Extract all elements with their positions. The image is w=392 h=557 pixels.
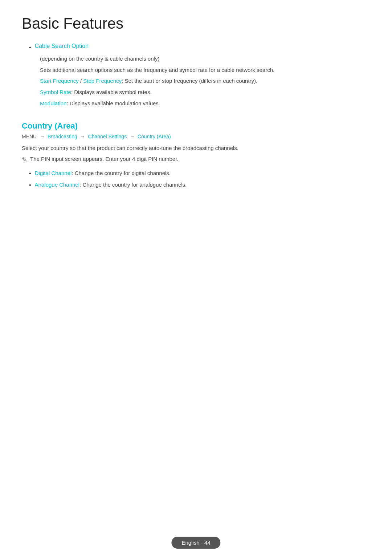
symbol-rate-link[interactable]: Symbol Rate	[40, 89, 71, 95]
modulation-desc: : Displays available modulation values.	[66, 100, 160, 106]
page-title: Basic Features	[22, 15, 370, 33]
cable-search-section: • Cable Search Option (depending on the …	[29, 43, 370, 108]
digital-channel-item: • Digital Channel: Change the country fo…	[29, 169, 370, 178]
pin-note-text: The PIN input screen appears. Enter your…	[30, 155, 179, 164]
country-description: Select your country so that the product …	[22, 144, 370, 153]
cable-note2: Sets additional search options such as t…	[40, 66, 370, 75]
pin-note-row: ✎ The PIN input screen appears. Enter yo…	[22, 155, 370, 165]
analogue-channel-item: • Analogue Channel: Change the country f…	[29, 180, 370, 190]
arrow1: →	[40, 134, 45, 139]
footer-badge: English - 44	[171, 537, 220, 549]
modulation-line: Modulation: Displays available modulatio…	[40, 99, 370, 108]
freq-line: Start Frequency / Stop Frequency: Set th…	[40, 77, 370, 86]
note-icon: ✎	[22, 155, 27, 165]
channel-bullets: • Digital Channel: Change the country fo…	[29, 169, 370, 190]
analogue-channel-link[interactable]: Analogue Channel	[35, 182, 79, 188]
bullet-dot: •	[29, 43, 31, 52]
broadcasting-link[interactable]: Broadcasting	[48, 134, 77, 139]
cable-note1: (depending on the country & cable channe…	[40, 54, 370, 64]
country-heading: Country (Area)	[22, 121, 370, 131]
channel-settings-link[interactable]: Channel Settings	[88, 134, 127, 139]
page-content: Basic Features • Cable Search Option (de…	[0, 0, 392, 222]
symbol-rate-desc: : Displays available symbol rates.	[71, 89, 152, 95]
digital-channel-desc: : Change the country for digital channel…	[72, 170, 171, 176]
country-section: Country (Area) MENU → Broadcasting → Cha…	[22, 121, 370, 190]
modulation-link[interactable]: Modulation	[40, 100, 66, 106]
start-frequency-link[interactable]: Start Frequency	[40, 78, 79, 84]
digital-channel-text: Digital Channel: Change the country for …	[35, 169, 171, 178]
symbol-rate-line: Symbol Rate: Displays available symbol r…	[40, 88, 370, 97]
menu-path: MENU → Broadcasting → Channel Settings →…	[22, 134, 370, 139]
freq-separator: /	[79, 78, 83, 84]
menu-label: MENU	[22, 134, 37, 139]
arrow3: →	[130, 134, 135, 139]
bullet-dot-analogue: •	[29, 180, 31, 190]
bullet-dot-digital: •	[29, 169, 31, 178]
cable-search-bullet: • Cable Search Option	[29, 43, 370, 52]
analogue-channel-text: Analogue Channel: Change the country for…	[35, 180, 187, 190]
page-footer: English - 44	[171, 540, 220, 546]
country-area-link[interactable]: Country (Area)	[138, 134, 171, 139]
analogue-channel-desc: : Change the country for analogue channe…	[79, 182, 187, 188]
stop-frequency-link[interactable]: Stop Frequency	[83, 78, 122, 84]
freq-desc: : Set the start or stop frequency (diffe…	[122, 78, 257, 84]
cable-search-option-link[interactable]: Cable Search Option	[35, 43, 89, 49]
digital-channel-link[interactable]: Digital Channel	[35, 170, 72, 176]
arrow2: →	[80, 134, 85, 139]
